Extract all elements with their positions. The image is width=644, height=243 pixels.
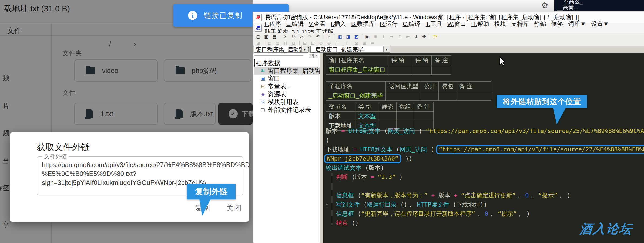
space-v-icon[interactable]: ⊛ [325,40,333,46]
table-cell[interactable] [456,91,491,101]
context-help-icon[interactable]: ⁇ [431,33,439,40]
code-token: 判断 [336,174,351,180]
chevron-down-icon[interactable]: ▼ [301,46,308,52]
table-cell[interactable]: 版本 [326,112,355,121]
code-line[interactable]: 判断 (版本 = “2.3” ) [326,172,644,182]
menu-item[interactable]: R.运行 [380,20,398,28]
menu-item[interactable]: 便签 [551,20,563,28]
tree-root-program-data[interactable]: 程序数据 [254,59,319,67]
menu-item[interactable]: W.窗口 [447,20,466,28]
code-line[interactable]: 信息框 (“有新版本，版本号为：” + 版本 + “点击确定进行更新”， 0， … [326,191,644,200]
copy-icon[interactable]: ⧉ [290,33,297,40]
menu-item[interactable]: 模块 [494,20,506,28]
menu-item[interactable]: 静编 [534,20,546,28]
menu-item[interactable]: E.编辑 [286,20,304,28]
menu-item[interactable]: H.帮助 [471,20,489,28]
code-editor[interactable]: 窗口程序集名保 留保 留备 注窗口程序集_启动窗口子程序名返回值类型公开易包备 … [323,53,644,243]
breakpoint-icon[interactable]: ↯ [412,33,420,40]
redo-icon[interactable]: ↷ [306,33,314,40]
table-cell[interactable] [386,91,421,101]
new-file-icon[interactable]: ▢ [254,33,262,40]
tree-item[interactable]: ≋窗口程序集_启动窗口 [254,67,319,75]
table-header-cell: 保 留 [412,56,432,65]
tree-item[interactable]: ▢外部文件记录表 [254,106,319,114]
table-cell[interactable] [421,91,439,101]
table-cell[interactable] [412,65,432,75]
same-size-icon[interactable]: ⊠ [353,40,360,46]
center-v-icon[interactable]: ⊡ [309,40,317,46]
stop-icon[interactable]: ■ [372,33,379,40]
step-out-icon[interactable]: ↥ [396,33,404,40]
align-left-icon[interactable]: ⊏ [266,40,273,46]
run-icon[interactable]: ▶ [364,33,371,40]
pan-hand-icon[interactable]: ✥ [420,33,428,40]
close-panel-icon[interactable]: x [314,54,318,58]
tree-item[interactable]: ◈资源表 [254,90,319,98]
code-line[interactable]: 信息框 (“更新完毕，请在程序目录打开新版本程序”， 0， “提示”， ) [326,209,644,218]
menu-item[interactable]: T.工具 [426,20,442,28]
code-lines[interactable]: 版本 = UTF8到文本 (网页_访问 ( “https://pan.qmo6.… [326,127,644,228]
table-cell[interactable]: _启动窗口_创建完毕 [326,91,386,101]
code-line[interactable]: 下载地址 = UTF8到文本 (网页_访问 ( “https://pan.qmo… [326,145,644,154]
table-cell[interactable] [397,112,414,121]
undo-icon[interactable]: ↶ [314,33,322,40]
menu-item[interactable]: 支持库 [511,20,529,28]
code-line[interactable]: »输出调试文本 (版本) [326,163,644,172]
tree-item[interactable]: ▣窗口 [254,75,319,82]
table-cell[interactable] [439,91,456,101]
menu-item[interactable]: 词库▼ [568,20,586,28]
table-cell[interactable] [414,112,434,121]
menu-item[interactable]: B.数据库 [351,20,375,28]
step-into-icon[interactable]: ↧ [380,33,387,40]
menu-item[interactable]: I.插入 [331,20,346,28]
table-cell[interactable] [432,65,451,75]
code-line[interactable]: ) [326,136,644,145]
gear-icon[interactable]: ⚙ [541,1,548,10]
same-width-icon[interactable]: ⊢ [333,40,341,46]
align-top-icon[interactable]: ⊓ [282,40,289,46]
code-token: 版本 [369,164,381,171]
menu-item[interactable]: F.程序 [264,20,281,28]
table-cell[interactable] [388,65,412,75]
code-line[interactable]: 版本 = UTF8到文本 (网页_访问 ( “https://pan.qmo6.… [326,127,644,136]
code-line[interactable]: WNpr-j2cb7eU%3D%3A0” )) [326,154,644,163]
subroutine-combo[interactable]: _启动窗口_创建完毕 ▼ [310,46,390,53]
panel-header: ❐ x [253,53,320,58]
assembly-combo[interactable]: 窗口程序集_启动窗口 ▼ [254,46,308,53]
run-to-cursor-icon[interactable]: ⇤ [404,33,412,40]
cut-icon[interactable]: ✂ [282,33,289,40]
window-layout-3-icon[interactable]: ◩ [353,33,360,40]
center-h-icon[interactable]: ⊟ [301,40,308,46]
table-cell[interactable]: 窗口程序集_启动窗口 [326,65,388,75]
tree-item[interactable]: ⎘模块引用表 [254,98,319,106]
panel-splitter[interactable] [320,53,323,243]
find-icon[interactable]: ⌕ [325,33,333,40]
paste-icon[interactable]: ⎘ [298,33,306,40]
save-icon[interactable]: ▤ [271,33,278,40]
align-bottom-icon[interactable]: ⊔ [290,40,297,46]
menu-item[interactable]: C.编译 [403,20,421,28]
lock-controls-icon[interactable]: ⊨ [369,40,376,46]
chevron-down-icon[interactable]: ▼ [383,46,390,52]
menu-item[interactable]: V.查看 [309,20,326,28]
window-layout-1-icon[interactable]: ◧ [336,33,344,40]
code-line[interactable]: »写到文件 (取运行目录 ()， HTTP读文件 (下载地址)) [326,200,644,209]
size-to-grid-icon[interactable]: ⊞ [361,40,368,46]
window-layout-2-icon[interactable]: ◨ [344,33,352,40]
close-button[interactable]: 关闭 [226,203,242,213]
tree-item[interactable]: ⊟常量表... [254,82,319,90]
step-over-icon[interactable]: ⇥ [388,33,395,40]
info-icon: i [188,11,197,20]
menu-item[interactable]: 设置▼ [591,20,609,28]
same-height-icon[interactable]: ⊣ [341,40,349,46]
table-cell[interactable]: 文本型 [355,112,379,121]
float-panel-icon[interactable]: ❐ [309,54,314,58]
external-link-value[interactable]: https://pan.qmo6.com/api/v3/file/source/… [42,160,250,187]
space-h-icon[interactable]: ⊜ [317,40,325,46]
table-cell[interactable] [379,112,397,121]
form-grid-icon[interactable]: ⊞ [254,40,262,46]
align-right-icon[interactable]: ⊐ [274,40,281,46]
open-file-icon[interactable]: ▣ [263,33,270,40]
tree-item-label: 模块引用表 [268,98,299,106]
code-line[interactable] [326,182,644,191]
